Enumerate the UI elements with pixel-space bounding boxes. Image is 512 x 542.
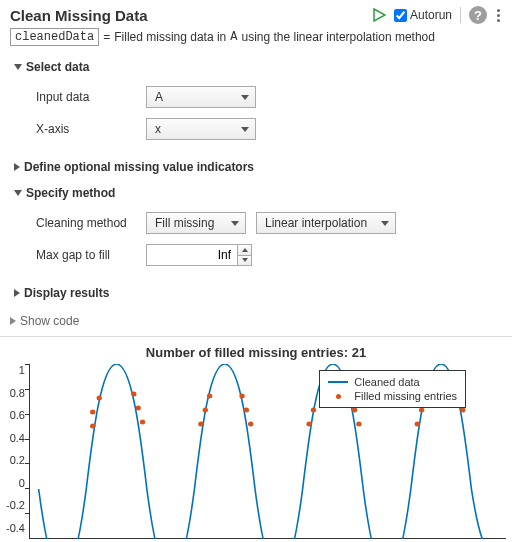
autorun-input[interactable] [394, 9, 407, 22]
more-icon[interactable] [495, 7, 502, 24]
chart-body: 1 0.8 0.6 0.4 0.2 0 -0.2 -0.4 [6, 364, 506, 542]
label-cleaning-method: Cleaning method [36, 216, 136, 230]
svg-point-13 [306, 422, 311, 427]
ytick: 0.2 [10, 454, 25, 466]
svg-point-21 [460, 408, 465, 413]
svg-point-2 [90, 410, 95, 415]
section-header-specify-method[interactable]: Specify method [14, 183, 502, 203]
task-header: Clean Missing Data Autorun ? [0, 0, 512, 26]
section-body-specify-method: Cleaning method Fill missing Linear inte… [14, 203, 502, 277]
section-select-data: Select data Input data A X-axis x [0, 54, 512, 154]
row-cleaning-method: Cleaning method Fill missing Linear inte… [36, 207, 502, 239]
ytick: 1 [19, 364, 25, 376]
section-header-display-results[interactable]: Display results [14, 283, 502, 303]
show-code-toggle[interactable]: Show code [0, 306, 512, 336]
caret-icon [241, 127, 249, 132]
y-axis-labels: 1 0.8 0.6 0.4 0.2 0 -0.2 -0.4 [6, 364, 29, 542]
section-define-indicators: Define optional missing value indicators [0, 154, 512, 180]
svg-point-16 [352, 408, 357, 413]
spinner-down[interactable] [238, 256, 251, 266]
section-display-results: Display results [0, 280, 512, 306]
run-icon[interactable] [372, 8, 386, 22]
chevron-down-icon [14, 190, 22, 196]
svg-point-4 [131, 392, 136, 397]
svg-point-6 [140, 420, 145, 425]
divider [460, 7, 461, 23]
output-description: cleanedData = Filled missing data in A u… [0, 26, 512, 54]
svg-point-5 [135, 406, 140, 411]
legend-label: Cleaned data [354, 376, 419, 388]
svg-point-18 [415, 422, 420, 427]
row-xaxis: X-axis x [36, 113, 502, 145]
spinner-max-gap[interactable] [237, 245, 251, 265]
value-interp-method: Linear interpolation [265, 216, 367, 230]
ytick: 0.6 [10, 409, 25, 421]
desc-prefix: Filled missing data in [114, 30, 226, 44]
row-max-gap: Max gap to fill [36, 239, 502, 271]
value-cleaning-method: Fill missing [155, 216, 214, 230]
svg-point-12 [248, 422, 253, 427]
chevron-right-icon [14, 289, 20, 297]
svg-point-7 [198, 422, 203, 427]
select-cleaning-method[interactable]: Fill missing [146, 212, 246, 234]
svg-point-14 [311, 408, 316, 413]
select-input-data[interactable]: A [146, 86, 256, 108]
desc-suffix: using the linear interpolation method [242, 30, 435, 44]
input-max-gap-field[interactable] [147, 245, 237, 265]
value-input-data: A [155, 90, 163, 104]
svg-point-10 [239, 394, 244, 399]
chart-title: Number of filled missing entries: 21 [6, 343, 506, 364]
select-interp-method[interactable]: Linear interpolation [256, 212, 396, 234]
output-variable[interactable]: cleanedData [10, 28, 99, 46]
legend-cleaned-data: Cleaned data [328, 375, 457, 389]
input-max-gap[interactable] [146, 244, 252, 266]
legend-label: Filled missing entries [354, 390, 457, 402]
spinner-up[interactable] [238, 245, 251, 256]
section-title-specify-method: Specify method [26, 186, 115, 200]
caret-icon [241, 95, 249, 100]
equals-text: = [103, 30, 110, 44]
row-input-data: Input data A [36, 81, 502, 113]
ytick: 0.8 [10, 387, 25, 399]
legend-line-icon [328, 381, 348, 383]
label-input-data: Input data [36, 90, 136, 104]
section-header-select-data[interactable]: Select data [14, 57, 502, 77]
value-xaxis: x [155, 122, 161, 136]
chevron-down-icon [14, 64, 22, 70]
desc-input-var: A [230, 30, 237, 44]
svg-point-8 [203, 408, 208, 413]
chevron-right-icon [10, 317, 16, 325]
header-controls: Autorun ? [372, 6, 502, 24]
chevron-right-icon [14, 163, 20, 171]
legend-dot-icon [328, 394, 348, 399]
ytick: 0 [19, 477, 25, 489]
svg-point-9 [207, 394, 212, 399]
chart-legend: Cleaned data Filled missing entries [319, 370, 466, 408]
autorun-label: Autorun [410, 8, 452, 22]
help-icon[interactable]: ? [469, 6, 487, 24]
svg-point-11 [244, 408, 249, 413]
task-title: Clean Missing Data [10, 7, 372, 24]
section-specify-method: Specify method Cleaning method Fill miss… [0, 180, 512, 280]
section-body-select-data: Input data A X-axis x [14, 77, 502, 151]
chart-panel: Number of filled missing entries: 21 1 0… [0, 336, 512, 542]
svg-point-3 [97, 396, 102, 401]
select-xaxis[interactable]: x [146, 118, 256, 140]
legend-filled-entries: Filled missing entries [328, 389, 457, 403]
ytick: 0.4 [10, 432, 25, 444]
svg-point-1 [90, 424, 95, 429]
section-title-display-results: Display results [24, 286, 109, 300]
section-title-define-indicators: Define optional missing value indicators [24, 160, 254, 174]
show-code-label: Show code [20, 314, 79, 328]
svg-point-19 [419, 408, 424, 413]
caret-icon [381, 221, 389, 226]
svg-marker-0 [374, 9, 385, 21]
section-header-define-indicators[interactable]: Define optional missing value indicators [14, 157, 502, 177]
label-max-gap: Max gap to fill [36, 248, 136, 262]
section-title-select-data: Select data [26, 60, 89, 74]
plot-area: Cleaned data Filled missing entries [29, 364, 506, 539]
label-xaxis: X-axis [36, 122, 136, 136]
ytick: -0.2 [6, 499, 25, 511]
autorun-checkbox[interactable]: Autorun [394, 8, 452, 22]
caret-icon [231, 221, 239, 226]
